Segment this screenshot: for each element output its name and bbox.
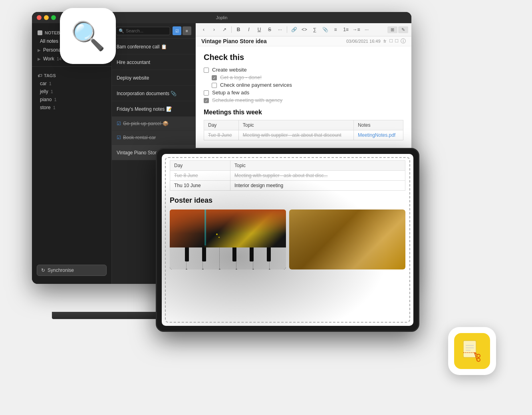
note-item-meeting-notes[interactable]: Friday's Meeting notes 📝 bbox=[112, 101, 195, 117]
sidebar-tag-car[interactable]: car 1 bbox=[32, 80, 111, 88]
note-item-parcel[interactable]: ☑ Go-pick-up-parcel 📦 bbox=[112, 117, 195, 131]
tags-section-title: 🏷 TAGS bbox=[32, 70, 111, 80]
table-header-topic: Topic bbox=[238, 120, 353, 130]
sidebar-divider bbox=[32, 66, 111, 67]
sidebar-tag-store[interactable]: store 1 bbox=[32, 104, 111, 112]
table-header-day: Day bbox=[204, 120, 239, 130]
svg-rect-1 bbox=[463, 341, 476, 357]
close-button[interactable] bbox=[37, 15, 42, 20]
note-item-conference[interactable]: 8am conference call 📋 bbox=[112, 39, 195, 54]
note-meta-right: 03/06/2021 16:49 fr □ □ ⓘ bbox=[346, 38, 406, 45]
checkbox-2[interactable]: ✓ bbox=[212, 75, 217, 80]
search-magnifier-icon: 🔍 bbox=[71, 20, 105, 52]
check-item-1: Create website bbox=[204, 67, 403, 73]
sync-icon: ↻ bbox=[41, 267, 45, 273]
scissors-svg-icon bbox=[460, 339, 484, 363]
more-icon[interactable]: ⓘ bbox=[401, 38, 406, 45]
note-item-accountant[interactable]: Hire accountant bbox=[112, 54, 195, 70]
math-button[interactable]: ∑ bbox=[310, 25, 320, 34]
tablet-screen: Day Topic Tue 8 June Meeting with suppli… bbox=[162, 154, 413, 326]
checkbox-4[interactable] bbox=[204, 90, 209, 96]
tag-icon: 🏷 bbox=[38, 73, 42, 78]
check-label-3: Check online payment services bbox=[220, 82, 292, 88]
note-title: ☑ Go-pick-up-parcel 📦 bbox=[117, 121, 191, 126]
sidebar-tag-piano[interactable]: piano 1 bbox=[32, 96, 111, 104]
checkbox-5[interactable]: ✓ bbox=[204, 98, 209, 103]
toolbar-separator bbox=[231, 26, 232, 33]
check-item-5: ✓ Schedule meeting with agency bbox=[204, 97, 403, 103]
search-placeholder: Search... bbox=[126, 28, 143, 33]
arrow-icon: ▶ bbox=[38, 48, 41, 52]
bold-button[interactable]: B bbox=[234, 25, 243, 34]
forward-button[interactable]: › bbox=[209, 25, 219, 34]
arrow-icon: ▶ bbox=[38, 57, 41, 61]
meetings-table: Day Topic Notes Tue 8 June Meeting with … bbox=[204, 120, 403, 140]
checkbox-3[interactable] bbox=[212, 83, 217, 88]
table-cell-notes: MeetingNotes.pdf bbox=[354, 130, 403, 140]
note-title: Deploy website bbox=[117, 75, 149, 81]
checkbox-1[interactable] bbox=[204, 68, 209, 73]
note-title: Incorporation documents 📎 bbox=[117, 91, 177, 96]
svg-point-6 bbox=[477, 354, 480, 357]
table-row: Tue 8 June Meeting with supplier - ask a… bbox=[204, 130, 403, 140]
check-label-5: Schedule meeting with agency bbox=[212, 97, 282, 103]
indent-button[interactable]: →≡ bbox=[351, 25, 361, 34]
note-meta-icons: □ □ ⓘ bbox=[389, 38, 406, 45]
more-options-button[interactable]: ··· bbox=[362, 25, 371, 34]
search-box[interactable]: 🔍 Search... bbox=[116, 27, 170, 35]
poster-images bbox=[170, 209, 405, 269]
ol-button[interactable]: 1≡ bbox=[341, 25, 351, 34]
check-label-2: Get a logo - done! bbox=[220, 74, 262, 80]
note-title: 8am conference call 📋 bbox=[117, 44, 167, 50]
table-cell-day: Tue 8 June bbox=[204, 130, 239, 140]
tablet-device: Day Topic Tue 8 June Meeting with suppli… bbox=[156, 148, 419, 332]
search-app-icon: 🔍 bbox=[60, 8, 116, 64]
minimize-button[interactable] bbox=[44, 15, 49, 20]
notes-list-header: 🔍 Search... ☑ ≡ bbox=[112, 23, 195, 39]
view-mode-button[interactable]: ⊞ bbox=[387, 26, 397, 33]
notebook-icon bbox=[38, 30, 42, 35]
filter-btn-checked[interactable]: ☑ bbox=[173, 26, 181, 35]
strikethrough-button[interactable]: S bbox=[265, 25, 274, 34]
sidebar-tag-jelly[interactable]: jelly 1 bbox=[32, 88, 111, 96]
check-label-1: Create website bbox=[212, 67, 247, 73]
check-label-4: Setup a few ads bbox=[212, 90, 249, 96]
note-title: Friday's Meeting notes 📝 bbox=[117, 106, 172, 112]
table-header-notes: Notes bbox=[354, 120, 403, 130]
warm-poster-image bbox=[289, 209, 405, 269]
maximize-button[interactable] bbox=[51, 15, 56, 20]
note-item-incorporation[interactable]: Incorporation documents 📎 bbox=[112, 86, 195, 101]
attachment-button[interactable]: 📎 bbox=[320, 25, 330, 34]
filter-btn-list[interactable]: ≡ bbox=[183, 26, 191, 35]
note-item-rental[interactable]: ☑ Book-rental-car bbox=[112, 131, 195, 145]
italic-button[interactable]: I bbox=[244, 25, 254, 34]
edit-mode-button[interactable]: ✎ bbox=[398, 26, 408, 33]
scissors-app-icon bbox=[448, 327, 496, 375]
info-icon[interactable]: □ bbox=[395, 38, 398, 45]
sync-button[interactable]: ↻ Synchronise bbox=[37, 265, 107, 276]
code-button[interactable]: <> bbox=[300, 25, 309, 34]
underline-button[interactable]: U bbox=[254, 25, 264, 34]
table-cell-topic: Meeting with supplier - ask about that d… bbox=[238, 130, 353, 140]
window-title: Joplin bbox=[216, 15, 228, 20]
search-icon: 🔍 bbox=[119, 28, 124, 34]
link-button[interactable]: 🔗 bbox=[289, 25, 299, 34]
note-title-display: Vintage Piano Store idea bbox=[201, 38, 267, 44]
section1-heading: Check this bbox=[204, 53, 403, 62]
more-button[interactable]: ··· bbox=[275, 25, 285, 34]
filter-buttons: ☑ ≡ bbox=[173, 26, 191, 35]
ul-button[interactable]: ≡ bbox=[331, 25, 340, 34]
back-button[interactable]: ‹ bbox=[199, 25, 208, 34]
share-icon[interactable]: □ bbox=[389, 38, 393, 45]
external-link-button[interactable]: ↗ bbox=[220, 25, 229, 34]
check-item-3: Check online payment services bbox=[204, 82, 403, 88]
toolbar-separator bbox=[287, 26, 287, 33]
note-lang: fr bbox=[384, 39, 387, 44]
note-item-deploy[interactable]: Deploy website bbox=[112, 70, 195, 86]
tablet-content: Day Topic Tue 8 June Meeting with suppli… bbox=[162, 154, 413, 326]
note-date: 03/06/2021 16:49 bbox=[346, 39, 381, 44]
check-item-4: Setup a few ads bbox=[204, 90, 403, 96]
meeting-notes-link[interactable]: MeetingNotes.pdf bbox=[358, 132, 395, 138]
check-item-2: ✓ Get a logo - done! bbox=[204, 74, 403, 80]
traffic-lights bbox=[37, 15, 56, 20]
